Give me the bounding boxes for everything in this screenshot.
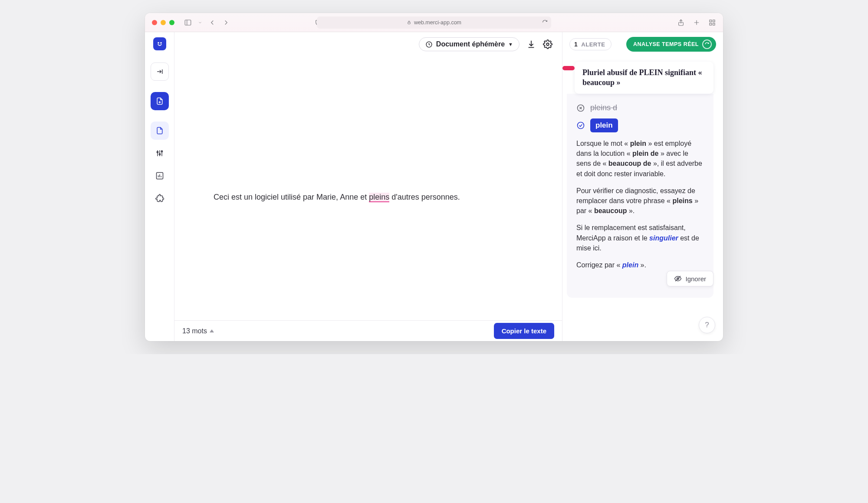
- documents-button[interactable]: [151, 122, 169, 140]
- refresh-icon: [702, 39, 712, 49]
- x-circle-icon: [576, 104, 585, 112]
- severity-indicator: [562, 66, 575, 70]
- panel-header: 1 ALERTE ANALYSE TEMPS RÉEL: [562, 32, 723, 56]
- eye-off-icon: [674, 275, 682, 283]
- reload-icon[interactable]: [542, 20, 548, 25]
- alert-count-label: ALERTE: [581, 41, 605, 48]
- titlebar-left-controls: [184, 19, 230, 26]
- sidebar-toggle-icon[interactable]: [184, 19, 192, 26]
- close-window-button[interactable]: [152, 20, 157, 25]
- svg-rect-3: [408, 22, 411, 24]
- chevron-down-icon[interactable]: [198, 19, 202, 26]
- triangle-up-icon: [210, 329, 214, 332]
- realtime-analysis-pill[interactable]: ANALYSE TEMPS RÉEL: [626, 37, 716, 52]
- wrong-word-row: pleins d: [576, 103, 704, 112]
- tabs-grid-icon[interactable]: [708, 19, 716, 26]
- url-bar[interactable]: web.merci-app.com: [317, 16, 551, 29]
- svg-rect-0: [185, 20, 191, 25]
- new-document-button[interactable]: [151, 92, 169, 110]
- minimize-window-button[interactable]: [161, 20, 166, 25]
- fix-suggestion-chip[interactable]: plein: [590, 118, 618, 132]
- svg-rect-8: [713, 20, 715, 22]
- correction-title[interactable]: Pluriel abusif de PLEIN signifiant « bea…: [575, 62, 713, 94]
- left-sidebar: [145, 32, 174, 341]
- help-button[interactable]: ?: [699, 317, 715, 333]
- correction-card: Pluriel abusif de PLEIN signifiant « bea…: [562, 56, 723, 298]
- alert-count-badge[interactable]: 1 ALERTE: [569, 38, 612, 50]
- editor-column: Document éphémère ▼ Ceci est un logiciel…: [174, 32, 562, 341]
- app-root: Document éphémère ▼ Ceci est un logiciel…: [145, 32, 723, 341]
- copy-text-button[interactable]: Copier le texte: [494, 323, 554, 339]
- ignore-button[interactable]: Ignorer: [667, 271, 713, 286]
- explanation-p4: Corrigez par « plein ».: [576, 260, 704, 270]
- nav-forward-icon[interactable]: [222, 19, 230, 26]
- wrong-word-text: pleins d: [590, 103, 617, 112]
- text-editor[interactable]: Ceci est un logiciel utilisé par Marie, …: [174, 56, 562, 320]
- correction-title-text: Pluriel abusif de PLEIN signifiant « bea…: [582, 68, 702, 87]
- app-logo[interactable]: [153, 37, 166, 50]
- extension-button[interactable]: [151, 189, 169, 207]
- fix-row[interactable]: plein: [576, 118, 704, 132]
- status-bar: 13 mots Copier le texte: [174, 320, 562, 341]
- svg-rect-7: [710, 20, 712, 22]
- svg-point-12: [161, 43, 161, 43]
- word-count[interactable]: 13 mots: [182, 327, 214, 335]
- settings-gear-button[interactable]: [543, 39, 552, 49]
- download-button[interactable]: [526, 39, 536, 49]
- stats-button[interactable]: [151, 167, 169, 185]
- url-text: web.merci-app.com: [414, 20, 461, 26]
- correction-body: pleins d plein Lorsque le mot « plein » …: [567, 94, 713, 298]
- sidebar-collapse-button[interactable]: [151, 62, 169, 81]
- svg-point-29: [546, 43, 549, 46]
- corrections-panel: 1 ALERTE ANALYSE TEMPS RÉEL Pluriel abus…: [562, 32, 723, 341]
- check-circle-icon: [576, 121, 585, 130]
- svg-rect-10: [713, 23, 715, 25]
- realtime-label: ANALYSE TEMPS RÉEL: [633, 41, 699, 47]
- word-count-text: 13 mots: [182, 327, 207, 335]
- alert-count-number: 1: [574, 41, 578, 48]
- editor-text-before: Ceci est un logiciel utilisé par Marie, …: [214, 193, 369, 201]
- ignore-label: Ignorer: [685, 275, 706, 283]
- share-icon[interactable]: [677, 19, 685, 26]
- svg-point-11: [158, 43, 159, 43]
- explanation-p1: Lorsque le mot « plein » est employé dan…: [576, 138, 704, 179]
- settings-sliders-button[interactable]: [151, 144, 169, 162]
- editor-text-after: d'autres personnes.: [389, 193, 460, 201]
- maximize-window-button[interactable]: [169, 20, 174, 25]
- explanation-p3: Si le remplacement est satisfaisant, Mer…: [576, 223, 704, 253]
- document-toolbar: Document éphémère ▼: [174, 32, 562, 56]
- svg-rect-9: [710, 23, 712, 25]
- chevron-down-icon: ▼: [508, 42, 513, 47]
- nav-back-icon[interactable]: [208, 19, 216, 26]
- svg-point-33: [578, 122, 584, 129]
- document-type-dropdown[interactable]: Document éphémère ▼: [419, 37, 519, 51]
- explanation-p2: Pour vérifier ce diagnostic, essayez de …: [576, 186, 704, 216]
- titlebar: web.merci-app.com: [145, 13, 723, 32]
- browser-window: web.merci-app.com: [145, 13, 723, 341]
- new-tab-icon[interactable]: [693, 19, 700, 26]
- lock-icon: [407, 20, 411, 25]
- document-type-label: Document éphémère: [436, 40, 505, 48]
- traffic-lights: [152, 20, 174, 25]
- error-highlight[interactable]: pleins: [369, 193, 389, 202]
- explanation: Lorsque le mot « plein » est employé dan…: [576, 138, 704, 270]
- titlebar-right-controls: [677, 19, 716, 26]
- clock-icon: [425, 41, 433, 48]
